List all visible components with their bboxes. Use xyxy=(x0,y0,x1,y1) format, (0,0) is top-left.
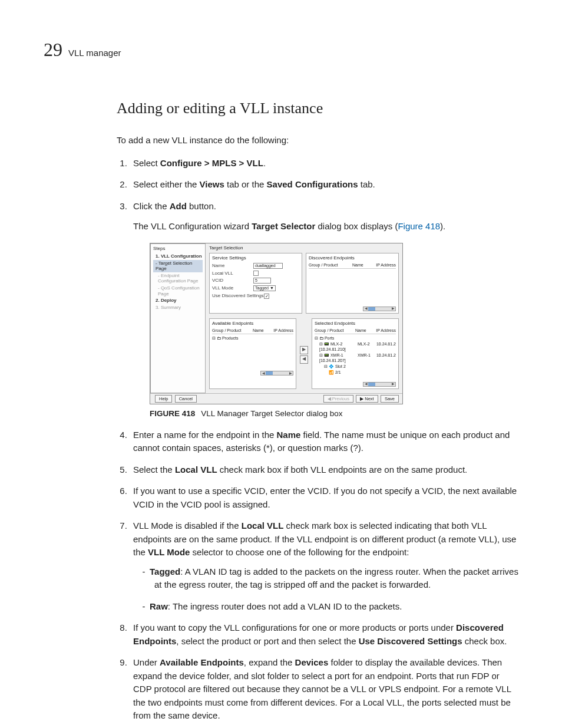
text: Select either the xyxy=(133,179,200,189)
col-header[interactable]: Name xyxy=(253,328,271,333)
text: button. xyxy=(187,201,216,211)
tree-row[interactable]: ⊟ 🗀 Ports xyxy=(315,335,396,341)
form-label-localvll: Local VLL xyxy=(212,271,253,276)
bold-text: Use Discovered Settings xyxy=(359,636,462,646)
wizard-step: - QoS Configuration Page xyxy=(153,285,203,297)
step-item: Under Available Endpoints, expand the De… xyxy=(130,656,518,723)
move-left-button[interactable]: ◀ xyxy=(300,355,308,364)
wizard-step[interactable]: 1. VLL Configuration xyxy=(153,253,203,260)
bold-text: VLL Mode xyxy=(148,547,190,557)
chapter-number: 29 xyxy=(44,35,62,64)
move-right-button[interactable]: ▶ xyxy=(300,346,308,354)
scrollbar[interactable]: ◀▶ xyxy=(260,371,293,375)
figure-reference-link[interactable]: Figure 418 xyxy=(398,221,440,231)
figure-label: FIGURE 418 xyxy=(150,409,195,418)
text: check box. xyxy=(462,636,507,646)
wizard-steps-title: Steps xyxy=(153,246,203,252)
use-discovered-checkbox[interactable]: ✓ xyxy=(264,294,269,299)
tree-row[interactable]: ⊟ 📟 XMR-1 [10.24.81.207]XMR-110.24.81.2 xyxy=(315,353,396,364)
dialog-footer: Help Cancel ◀ Previous ▶ Next Save xyxy=(150,393,402,404)
scrollbar[interactable]: ◀▶ xyxy=(363,382,396,387)
cancel-button[interactable]: Cancel xyxy=(175,395,197,403)
col-header[interactable]: Name xyxy=(352,263,372,268)
step-item: Select either the Views tab or the Saved… xyxy=(130,178,518,192)
dialog-screenshot: Steps 1. VLL Configuration - Target Sele… xyxy=(150,243,403,405)
tree-row[interactable]: ⊟ 💠 Slot 2 xyxy=(315,364,396,370)
col-header[interactable]: Name xyxy=(355,328,373,333)
tree-row[interactable]: ⊟ 🗀 Products xyxy=(212,335,293,341)
col-header[interactable]: Group / Product xyxy=(309,263,352,268)
text: : A VLAN ID tag is added to the packets … xyxy=(154,566,518,590)
col-header[interactable]: IP Address xyxy=(372,263,396,268)
bold-text: Available Endpoints xyxy=(160,657,244,667)
text: : The ingress router does not add a VLAN… xyxy=(168,601,402,611)
sub-list-item: -Tagged: A VLAN ID tag is added to the p… xyxy=(154,565,518,592)
text: , expand the xyxy=(244,657,295,667)
text: Enter a name for the endpoint in the xyxy=(133,430,277,440)
step-item: Enter a name for the endpoint in the Nam… xyxy=(130,429,518,455)
page-header: 29 VLL manager xyxy=(44,35,518,64)
bold-text: Views xyxy=(200,179,224,189)
bold-text: Saved Configurations xyxy=(267,179,358,189)
vcid-input[interactable]: 5 xyxy=(253,278,271,284)
bold-text: Local VLL xyxy=(242,521,284,531)
text: tab or the xyxy=(224,179,267,189)
form-label-usedisc: Use Discovered Settings xyxy=(212,293,264,299)
localvll-checkbox[interactable] xyxy=(253,271,259,276)
bullet-dash: - xyxy=(138,565,150,579)
wizard-step: 3. Summary xyxy=(153,304,203,311)
panel-title: Available Endpoints xyxy=(212,321,293,327)
panel-title: Selected Endpoints xyxy=(315,321,396,327)
step-item: VLL Mode is disabled if the Local VLL ch… xyxy=(130,519,518,613)
step-item: Click the Add button. The VLL Configurat… xyxy=(130,200,518,420)
panel-title: Discovered Endpoints xyxy=(309,255,396,261)
text: The VLL Configuration wizard xyxy=(133,221,252,231)
figure-caption: FIGURE 418VLL Manager Target Selector di… xyxy=(150,408,518,420)
form-label-name: Name xyxy=(212,263,253,269)
intro-paragraph: To add a new VLL instance do the followi… xyxy=(117,134,518,147)
figure-caption-text: VLL Manager Target Selector dialog box xyxy=(201,409,342,418)
content: To add a new VLL instance do the followi… xyxy=(44,134,518,728)
bold-text: Devices xyxy=(295,657,329,667)
indent-paragraph: The VLL Configuration wizard Target Sele… xyxy=(133,220,518,233)
text: Under xyxy=(133,657,160,667)
scrollbar[interactable]: ◀▶ xyxy=(363,307,396,311)
col-header[interactable]: IP Address xyxy=(271,328,293,333)
name-input[interactable]: dualtagged xyxy=(253,263,283,269)
wizard-step: - Endpoint Configuration Page xyxy=(153,272,203,285)
text: If you want to copy the VLL configuratio… xyxy=(133,622,456,633)
bold-text: Configure > MPLS > VLL xyxy=(160,158,263,168)
discovered-endpoints-panel: Discovered Endpoints Group / Product Nam… xyxy=(306,253,399,314)
text: selector to choose one of the following … xyxy=(190,547,409,557)
bold-text: Tagged xyxy=(150,566,180,577)
wizard-steps-panel: Steps 1. VLL Configuration - Target Sele… xyxy=(150,243,206,393)
previous-button: ◀ Previous xyxy=(323,395,353,403)
tree-row[interactable]: ⊟ 📟 MLX-2 [10.24.81.210]MLX-210.24.81.2 xyxy=(315,341,396,353)
selected-endpoints-panel: Selected Endpoints Group / Product Name … xyxy=(312,318,399,389)
bold-text: Name xyxy=(277,430,301,440)
vllmode-select[interactable]: Tagged ▼ xyxy=(253,285,276,291)
running-title: VLL manager xyxy=(68,47,121,60)
col-header[interactable]: Group / Product xyxy=(315,328,355,333)
help-button[interactable]: Help xyxy=(155,395,172,403)
main-ordered-list: Select Configure > MPLS > VLL. Select ei… xyxy=(117,157,518,729)
sub-list-item: -Raw: The ingress router does not add a … xyxy=(154,600,518,614)
text: tab. xyxy=(358,179,375,189)
target-selection-area: Target Selection Service Settings Name d… xyxy=(206,243,402,393)
text: Click the xyxy=(133,201,170,211)
tree-row[interactable]: 📶 2/1 xyxy=(315,370,396,375)
wizard-step[interactable]: 2. Deploy xyxy=(153,297,203,304)
text: dialog box displays ( xyxy=(315,221,398,231)
step-item: Select Configure > MPLS > VLL. xyxy=(130,157,518,170)
col-header[interactable]: IP Address xyxy=(373,328,396,333)
panel-title: Service Settings xyxy=(212,255,299,261)
text: Select xyxy=(133,158,160,168)
section-heading: Adding or editing a VLL instance xyxy=(44,97,518,120)
wizard-step-selected[interactable]: - Target Selection Page xyxy=(153,260,203,272)
save-button[interactable]: Save xyxy=(381,395,399,403)
step-item: Select the Local VLL check mark box if b… xyxy=(130,463,518,477)
col-header[interactable]: Group / Product xyxy=(212,328,253,333)
service-settings-panel: Service Settings Name dualtagged Local V… xyxy=(209,253,302,314)
page: 29 VLL manager Adding or editing a VLL i… xyxy=(0,0,562,728)
next-button[interactable]: ▶ Next xyxy=(356,395,378,403)
